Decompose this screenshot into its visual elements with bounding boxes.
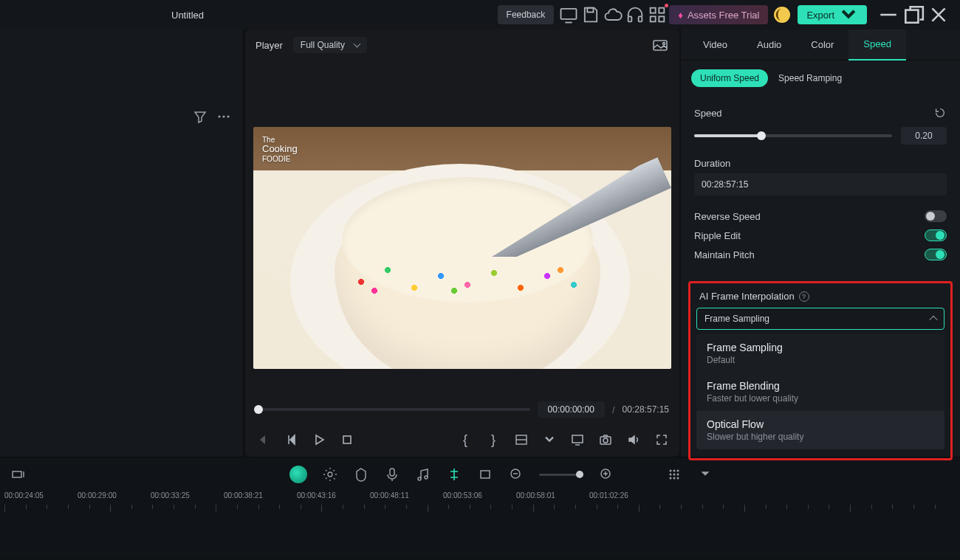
ai-interpolation-dropdown: Frame Sampling Default Frame Blending Fa… (696, 334, 944, 449)
tab-audio[interactable]: Audio (742, 30, 796, 61)
svg-point-27 (670, 470, 672, 472)
reverse-speed-toggle[interactable] (925, 210, 947, 222)
gem-icon: ♦ (678, 10, 683, 21)
total-time: 00:28:57:15 (623, 404, 669, 415)
save-icon[interactable] (580, 4, 601, 25)
ripple-edit-label: Ripple Edit (694, 230, 741, 241)
zoom-out-icon[interactable] (508, 466, 524, 483)
enhance-icon[interactable] (322, 466, 338, 483)
ai-interpolation-select[interactable]: Frame Sampling (696, 308, 944, 330)
svg-rect-14 (343, 436, 351, 443)
chevron-up-icon (929, 316, 937, 324)
marker-icon[interactable] (353, 466, 369, 483)
music-icon[interactable] (415, 466, 431, 483)
svg-rect-7 (659, 16, 665, 21)
svg-point-34 (673, 477, 676, 480)
option-optical-flow[interactable]: Optical Flow Slower but higher quality (696, 411, 944, 449)
watermark-logo: TheCookingFOODIE (262, 134, 298, 163)
svg-point-32 (677, 474, 679, 476)
snapshot-icon[interactable] (651, 36, 669, 54)
svg-point-13 (663, 43, 665, 45)
project-title: Untitled (171, 10, 204, 21)
svg-rect-12 (654, 41, 667, 50)
timeline-view-icon[interactable] (10, 466, 27, 483)
video-preview[interactable]: TheCookingFOODIE (253, 127, 671, 369)
tab-video[interactable]: Video (688, 30, 742, 61)
speed-value[interactable]: 0.20 (901, 127, 947, 145)
reset-speed-button[interactable] (933, 106, 947, 120)
svg-point-11 (227, 115, 229, 117)
volume-button[interactable] (626, 432, 641, 447)
assets-trial-button[interactable]: ♦Assets Free Trial (669, 5, 768, 24)
svg-rect-4 (651, 8, 656, 13)
svg-point-20 (328, 472, 332, 477)
properties-panel: Video Audio Color Speed Uniform Speed Sp… (681, 30, 960, 457)
fullscreen-button[interactable] (654, 432, 669, 447)
svg-rect-16 (572, 435, 583, 443)
timeline-ruler[interactable]: 00:00:24:05 00:00:29:00 00:00:33:25 00:0… (0, 491, 960, 518)
zoom-slider[interactable] (539, 474, 583, 476)
option-frame-blending[interactable]: Frame Blending Faster but lower quality (696, 373, 944, 411)
svg-rect-0 (561, 9, 577, 19)
svg-rect-1 (588, 8, 594, 13)
scrub-bar[interactable] (256, 408, 530, 411)
speed-slider[interactable] (694, 134, 892, 137)
zoom-in-icon[interactable] (598, 466, 614, 483)
play-button[interactable] (312, 432, 326, 447)
svg-rect-2 (628, 16, 632, 21)
subtab-speed-ramping[interactable]: Speed Ramping (778, 73, 842, 83)
svg-rect-5 (659, 8, 665, 13)
crop-icon[interactable] (477, 466, 493, 483)
svg-point-33 (670, 477, 672, 480)
duration-input[interactable]: 00:28:57:15 (694, 173, 947, 196)
help-icon[interactable]: ? (799, 291, 809, 302)
chevron-down-icon[interactable] (542, 432, 557, 447)
stop-button[interactable] (340, 432, 354, 447)
ai-avatar-icon[interactable] (289, 466, 307, 483)
prev-frame-button[interactable] (256, 432, 270, 447)
theme-icon[interactable] (774, 7, 790, 23)
svg-rect-24 (481, 471, 490, 478)
step-back-button[interactable] (284, 432, 298, 447)
current-time: 00:00:00:00 (538, 401, 605, 418)
option-frame-sampling[interactable]: Frame Sampling Default (696, 334, 944, 373)
svg-point-31 (673, 474, 676, 476)
apps-icon[interactable] (647, 4, 668, 25)
aspect-button[interactable] (514, 432, 529, 447)
cloud-icon[interactable] (603, 4, 623, 25)
display-icon[interactable] (558, 4, 579, 25)
svg-rect-19 (13, 471, 21, 477)
headphones-icon[interactable] (625, 4, 645, 25)
player-label: Player (256, 40, 283, 51)
dropdown-caret-icon[interactable] (697, 466, 713, 483)
svg-point-30 (670, 474, 672, 476)
camera-button[interactable] (598, 432, 613, 447)
svg-rect-6 (651, 16, 656, 21)
timeline-panel: 00:00:24:05 00:00:29:00 00:00:33:25 00:0… (0, 457, 960, 559)
svg-point-18 (603, 438, 608, 443)
more-icon[interactable] (216, 109, 231, 124)
maintain-pitch-toggle[interactable] (925, 249, 947, 260)
ai-interpolation-label: AI Frame Interpolation (699, 291, 795, 302)
maximize-button[interactable] (901, 4, 926, 26)
subtab-uniform-speed[interactable]: Uniform Speed (691, 69, 768, 87)
feedback-button[interactable]: Feedback (498, 5, 555, 24)
mark-out-button[interactable]: } (486, 432, 501, 447)
quality-select[interactable]: Full Quality (293, 37, 367, 53)
minimize-button[interactable] (876, 4, 901, 26)
filter-icon[interactable] (193, 109, 208, 124)
svg-point-35 (677, 477, 679, 480)
mic-icon[interactable] (384, 466, 400, 483)
maintain-pitch-label: Maintain Pitch (694, 249, 755, 260)
grid-icon[interactable] (666, 466, 682, 483)
svg-point-28 (673, 470, 676, 472)
export-button[interactable]: Export (798, 5, 867, 24)
tab-color[interactable]: Color (796, 30, 848, 61)
split-icon[interactable] (446, 466, 462, 483)
svg-point-10 (222, 115, 224, 117)
close-button[interactable] (926, 4, 951, 26)
monitor-button[interactable] (570, 432, 585, 447)
ripple-edit-toggle[interactable] (925, 229, 947, 241)
mark-in-button[interactable]: { (458, 432, 473, 447)
tab-speed[interactable]: Speed (848, 30, 906, 61)
